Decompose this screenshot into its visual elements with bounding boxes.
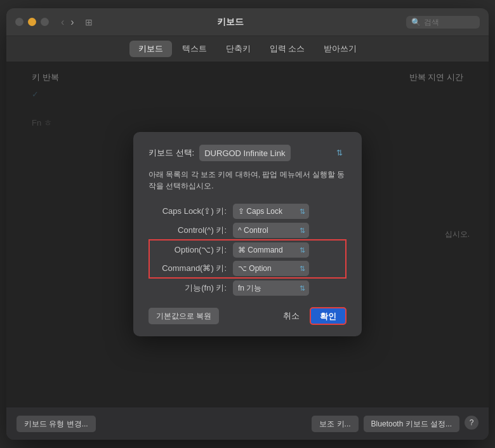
- titlebar: ‹ › ⊞ 키보드 🔍: [6, 8, 489, 36]
- bottom-right: 보조 키... Bluetooth 키보드 설정... ?: [312, 416, 478, 432]
- key-mapping-table: Caps Lock(⇪) 키: ⇪ Caps Lock: [148, 202, 346, 297]
- command-select[interactable]: ⌥ Option: [233, 261, 309, 276]
- fn-value-cell: fn 기능: [232, 278, 346, 297]
- table-row-control: Control(^) 키: ^ Control: [149, 221, 346, 240]
- keyboard-select-label: 키보드 선택:: [148, 147, 194, 159]
- keyboard-select-row: 키보드 선택: DURGOD Infinite Link: [148, 145, 346, 161]
- tab-keyboard[interactable]: 키보드: [129, 41, 172, 57]
- capslock-select[interactable]: ⇪ Caps Lock: [233, 204, 309, 219]
- table-row-capslock: Caps Lock(⇪) 키: ⇪ Caps Lock: [149, 202, 346, 221]
- capslock-key-label: Caps Lock(⇪) 키:: [149, 202, 232, 221]
- window-title: 키보드: [60, 16, 401, 28]
- traffic-lights: [15, 18, 49, 26]
- modifier-keys-button[interactable]: 보조 키...: [312, 416, 358, 432]
- command-select-wrapper: ⌥ Option: [233, 261, 309, 276]
- tab-input-sources[interactable]: 입력 소스: [261, 41, 314, 57]
- side-label-right: 십시오.: [445, 229, 470, 240]
- close-button[interactable]: [15, 18, 23, 26]
- modal-overlay: 키보드 선택: DURGOD Infinite Link 아래 목록의 각 보조…: [6, 62, 489, 407]
- bluetooth-keyboard-button[interactable]: Bluetooth 키보드 설정...: [364, 416, 459, 432]
- table-row-fn: 기능(fn) 키: fn 기능: [149, 278, 346, 297]
- option-select-wrapper: ⌘ Command: [233, 242, 309, 258]
- tab-dictation[interactable]: 받아쓰기: [315, 41, 366, 57]
- keyboard-type-button[interactable]: 키보드 유형 변경...: [16, 416, 96, 432]
- keyboard-select-dropdown[interactable]: DURGOD Infinite Link: [199, 145, 291, 161]
- maximize-button[interactable]: [41, 18, 49, 26]
- dialog: 키보드 선택: DURGOD Infinite Link 아래 목록의 각 보조…: [133, 132, 362, 336]
- table-row-option: Option(⌥) 키: ⌘ Command: [149, 240, 346, 259]
- confirm-button[interactable]: 확인: [310, 307, 346, 325]
- fn-key-label: 기능(fn) 키:: [149, 278, 232, 297]
- control-key-label: Control(^) 키:: [149, 221, 232, 240]
- capslock-value-cell: ⇪ Caps Lock: [232, 202, 346, 221]
- option-value-cell: ⌘ Command: [232, 240, 346, 259]
- search-icon: 🔍: [411, 18, 421, 27]
- control-select[interactable]: ^ Control: [233, 223, 309, 238]
- content-area: 키 반복 반복 지연 시간 ✓ ✓ Fn ㅎ 키보드 선택:: [6, 62, 489, 407]
- search-input[interactable]: [424, 18, 475, 27]
- dialog-description: 아래 목록의 각 보조 키에 대하여, 팝업 메뉴에서 실행할 동작을 선택하십…: [148, 169, 346, 192]
- command-value-cell: ⌥ Option: [232, 259, 346, 278]
- dialog-footer: 기본값으로 복원 취소 확인: [148, 307, 346, 325]
- minimize-button[interactable]: [28, 18, 36, 26]
- control-value-cell: ^ Control: [232, 221, 346, 240]
- restore-defaults-button[interactable]: 기본값으로 복원: [148, 308, 219, 324]
- tab-text[interactable]: 텍스트: [173, 41, 216, 57]
- bottom-toolbar: 키보드 유형 변경... 보조 키... Bluetooth 키보드 설정...…: [6, 407, 489, 440]
- search-box[interactable]: 🔍: [406, 16, 480, 29]
- fn-select[interactable]: fn 기능: [233, 280, 309, 296]
- footer-right: 취소 확인: [278, 307, 346, 325]
- option-key-label: Option(⌥) 키:: [149, 240, 232, 259]
- help-button[interactable]: ?: [465, 416, 478, 430]
- cancel-button[interactable]: 취소: [278, 308, 305, 324]
- tab-shortcuts[interactable]: 단축키: [217, 41, 260, 57]
- tabbar: 키보드 텍스트 단축키 입력 소스 받아쓰기: [6, 36, 489, 62]
- command-key-label: Command(⌘) 키:: [149, 259, 232, 278]
- table-row-command: Command(⌘) 키: ⌥ Option: [149, 259, 346, 278]
- keyboard-select-wrapper: DURGOD Infinite Link: [199, 145, 346, 161]
- control-select-wrapper: ^ Control: [233, 223, 309, 238]
- window: ‹ › ⊞ 키보드 🔍 키보드 텍스트 단축키 입력 소스 받아쓰기 키 반복 …: [6, 8, 489, 440]
- option-select[interactable]: ⌘ Command: [233, 242, 309, 258]
- fn-select-wrapper: fn 기능: [233, 280, 309, 296]
- capslock-select-wrapper: ⇪ Caps Lock: [233, 204, 309, 219]
